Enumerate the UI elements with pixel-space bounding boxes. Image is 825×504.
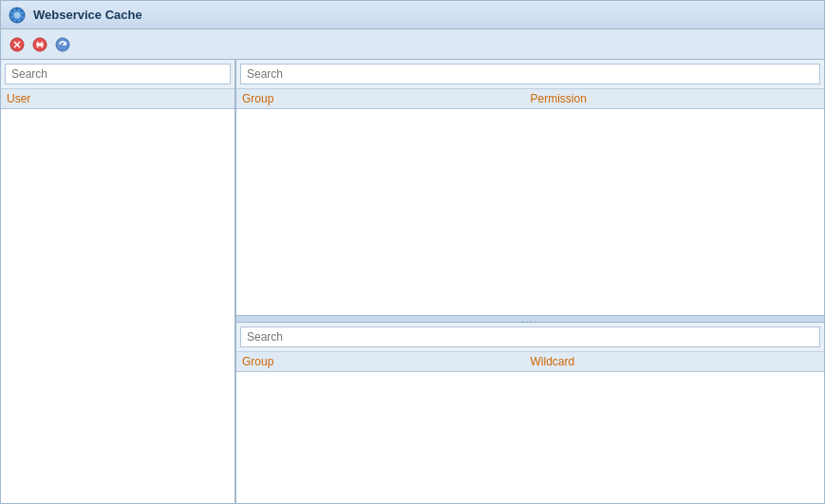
right-bottom-search-input[interactable] — [240, 327, 820, 347]
delete-button[interactable] — [29, 34, 50, 55]
refresh-icon — [55, 37, 70, 52]
delete-icon — [32, 37, 47, 52]
window-title: Webservice Cache — [33, 8, 142, 22]
right-top-column-header: Group Permission — [236, 89, 824, 109]
left-list-area[interactable] — [1, 109, 234, 503]
main-window: Webservice Cache — [0, 0, 825, 504]
left-search-input[interactable] — [5, 64, 231, 84]
app-icon — [9, 7, 26, 24]
right-top-list-area[interactable] — [236, 109, 824, 315]
right-bottom-column-header: Group Wildcard — [236, 352, 824, 372]
close-icon — [9, 37, 25, 52]
right-panel: Group Permission .... Group Wildcard — [236, 60, 824, 503]
right-top-section: Group Permission — [236, 60, 824, 315]
refresh-button[interactable] — [52, 34, 73, 55]
group2-column-label: Group — [242, 355, 531, 368]
main-area: User Group Permission .... — [1, 60, 824, 503]
divider-handle[interactable]: .... — [236, 315, 824, 323]
right-bottom-section: Group Wildcard — [236, 323, 824, 503]
right-bottom-list-area[interactable] — [236, 372, 824, 503]
user-column-label: User — [7, 92, 30, 105]
toolbar — [1, 29, 824, 60]
title-bar: Webservice Cache — [1, 1, 824, 29]
svg-point-1 — [13, 11, 21, 19]
right-top-search-input[interactable] — [240, 64, 820, 84]
close-button[interactable] — [7, 34, 28, 55]
right-bottom-search-bar — [236, 323, 824, 352]
left-column-header: User — [1, 89, 234, 109]
permission-column-label: Permission — [531, 92, 819, 105]
wildcard-column-label: Wildcard — [531, 355, 819, 368]
left-panel: User — [1, 60, 236, 503]
right-top-search-bar — [236, 60, 824, 89]
group-column-label: Group — [242, 92, 531, 105]
left-search-bar — [1, 60, 234, 89]
